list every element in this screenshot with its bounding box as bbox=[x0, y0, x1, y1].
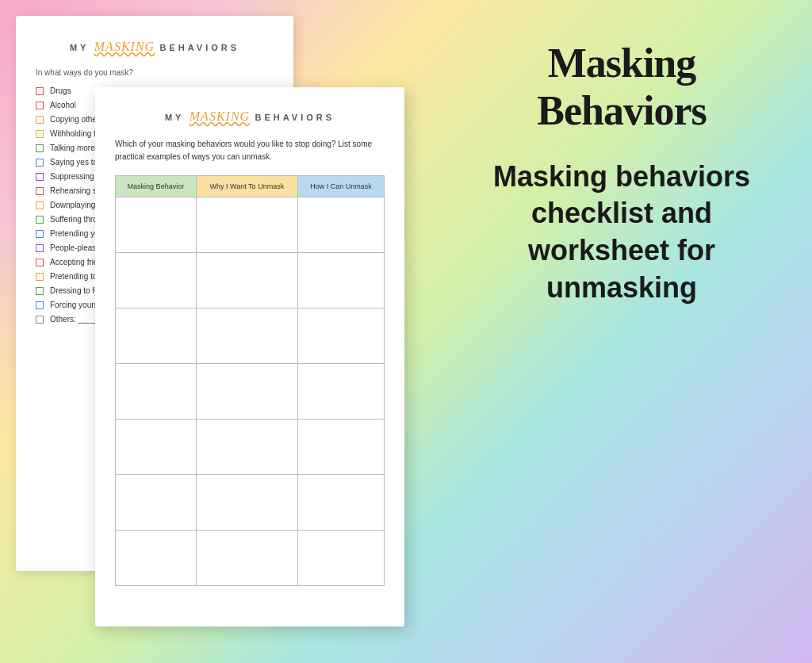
table-row bbox=[116, 309, 385, 364]
checkbox bbox=[36, 259, 44, 266]
table-row bbox=[116, 197, 385, 253]
checkbox bbox=[36, 244, 44, 252]
title-suffix: BEHAVIORS bbox=[255, 113, 335, 122]
right-content: Masking Behaviors Masking behaviors chec… bbox=[463, 40, 780, 307]
checkbox bbox=[36, 144, 44, 152]
description-text: Masking behaviors checklist and workshee… bbox=[463, 159, 780, 307]
col-header-how: How I Can Unmask bbox=[298, 176, 385, 197]
title-prefix: MY bbox=[70, 43, 90, 52]
checkbox bbox=[36, 130, 44, 138]
table-row bbox=[116, 475, 385, 531]
table-row bbox=[116, 253, 385, 309]
checkbox bbox=[36, 316, 44, 324]
main-title: Masking Behaviors bbox=[463, 40, 780, 135]
title-cursive: Masking bbox=[94, 40, 155, 53]
table-row bbox=[116, 531, 385, 586]
checkbox bbox=[36, 287, 44, 295]
worksheet-page: MY Masking BEHAVIORS Which of your maski… bbox=[95, 87, 404, 627]
col-header-why: Why I Want To Unmask bbox=[196, 176, 297, 197]
checkbox bbox=[36, 187, 44, 195]
checkbox bbox=[36, 273, 44, 281]
title-suffix: BEHAVIORS bbox=[159, 43, 239, 52]
checkbox bbox=[36, 230, 44, 238]
table-row bbox=[116, 364, 385, 420]
checkbox bbox=[36, 216, 44, 224]
table-row bbox=[116, 420, 385, 475]
title-cursive: Masking bbox=[190, 109, 250, 123]
col-header-masking: Masking Behavior bbox=[116, 176, 197, 197]
checkbox bbox=[36, 159, 44, 167]
page-back-title: MY Masking BEHAVIORS bbox=[36, 40, 274, 54]
page-front-title: MY Masking BEHAVIORS bbox=[115, 109, 385, 124]
worksheet-table: Masking Behavior Why I Want To Unmask Ho… bbox=[115, 175, 385, 586]
checkbox bbox=[36, 301, 44, 309]
checklist-label: In what ways do you mask? bbox=[36, 68, 274, 77]
title-prefix: MY bbox=[165, 113, 185, 122]
checkbox bbox=[36, 87, 44, 95]
checkbox bbox=[36, 173, 44, 181]
checkbox bbox=[36, 116, 44, 124]
worksheet-instruction: Which of your masking behaviors would yo… bbox=[115, 138, 385, 163]
checkbox bbox=[36, 201, 44, 209]
checkbox bbox=[36, 102, 44, 109]
